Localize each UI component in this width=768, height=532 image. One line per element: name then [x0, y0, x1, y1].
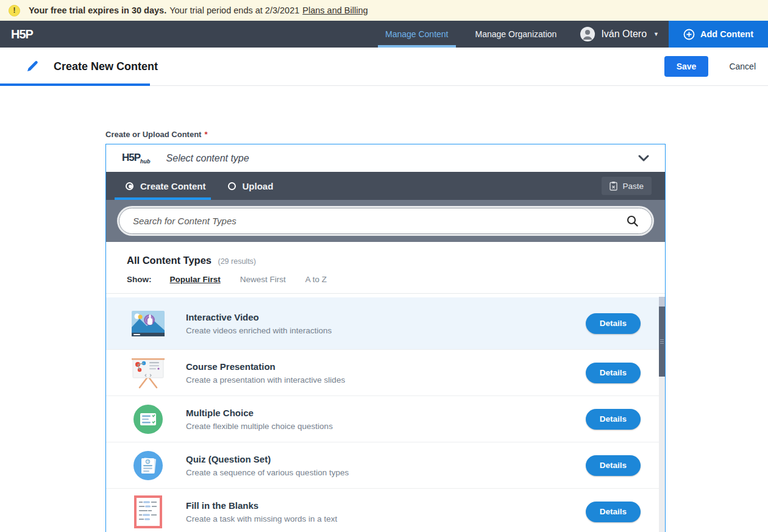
- result-count: (29 results): [218, 257, 257, 266]
- hub-header[interactable]: H5Phub Select content type: [106, 144, 665, 172]
- sort-popular-first[interactable]: Popular First: [170, 275, 221, 284]
- item-text: Course Presentation Create a presentatio…: [186, 361, 345, 385]
- plus-circle-icon: [683, 29, 695, 40]
- avatar-icon: [580, 26, 596, 42]
- tab-create-content[interactable]: Create Content: [115, 172, 217, 200]
- chevron-down-icon: ▼: [653, 31, 659, 37]
- nav-tab-manage-organization[interactable]: Manage Organization: [462, 21, 571, 48]
- nav-tab-manage-content[interactable]: Manage Content: [372, 21, 462, 48]
- navbar: H5P Manage Content Manage Organization I…: [0, 21, 768, 48]
- list-item-interactive-video[interactable]: Interactive Video Create videos enriched…: [106, 297, 665, 349]
- plans-billing-link[interactable]: Plans and Billing: [302, 5, 368, 15]
- h5p-hub-logo: H5Phub: [122, 152, 151, 165]
- required-asterisk: *: [204, 130, 207, 139]
- paste-button[interactable]: Paste: [602, 177, 652, 195]
- tab-upload-label: Upload: [243, 181, 274, 191]
- svg-text:?: ?: [147, 460, 149, 463]
- details-button[interactable]: Details: [586, 502, 641, 522]
- fill-in-the-blanks-icon: [131, 495, 165, 529]
- radio-selected-icon: [126, 182, 133, 190]
- multiple-choice-icon: [131, 402, 165, 436]
- hub-tab-bar: Create Content Upload Paste: [106, 172, 665, 200]
- h5p-logo: H5P: [0, 21, 44, 48]
- item-title: Course Presentation: [186, 361, 345, 372]
- sort-newest-first[interactable]: Newest First: [240, 275, 286, 284]
- hub-title: Select content type: [166, 153, 249, 164]
- content-type-list: Interactive Video Create videos enriched…: [106, 293, 665, 532]
- item-text: Multiple Choice Create flexible multiple…: [186, 408, 333, 431]
- item-text: Fill in the Blanks Create a task with mi…: [186, 500, 337, 523]
- item-description: Create videos enriched with interactions: [186, 326, 332, 335]
- details-button[interactable]: Details: [586, 313, 641, 334]
- item-text: Quiz (Question Set) Create a sequence of…: [186, 454, 349, 477]
- list-item-fill-in-the-blanks[interactable]: Fill in the Blanks Create a task with mi…: [106, 488, 665, 532]
- page-header: Create New Content Save Cancel: [0, 48, 768, 86]
- user-menu[interactable]: Iván Otero ▼: [570, 21, 669, 48]
- h5p-hub-panel: H5Phub Select content type Create Conten…: [105, 144, 666, 532]
- trial-banner: ! Your free trial expires in 30 days. Yo…: [0, 0, 768, 21]
- item-description: Create a sequence of various question ty…: [186, 468, 349, 477]
- scrollbar-thumb[interactable]: [659, 307, 665, 377]
- scrollbar-grip-icon: [660, 338, 664, 345]
- add-content-label: Add Content: [700, 29, 753, 39]
- sort-a-to-z[interactable]: A to Z: [305, 275, 327, 284]
- item-title: Multiple Choice: [186, 408, 333, 418]
- paste-label: Paste: [622, 182, 644, 191]
- search-icon[interactable]: [627, 215, 638, 227]
- tab-upload[interactable]: Upload: [217, 172, 285, 200]
- details-button[interactable]: Details: [586, 363, 641, 383]
- course-presentation-icon: [131, 356, 165, 390]
- item-description: Create a task with missing words in a te…: [186, 514, 337, 523]
- banner-text: Your trial period ends at 2/3/2021: [169, 5, 299, 15]
- radio-unselected-icon: [228, 182, 236, 190]
- warning-icon: !: [9, 5, 20, 16]
- list-title: All Content Types: [127, 255, 212, 266]
- active-tab-underline: [115, 197, 211, 200]
- details-button[interactable]: Details: [586, 409, 641, 430]
- show-label: Show:: [127, 275, 152, 284]
- item-title: Fill in the Blanks: [186, 500, 337, 511]
- collapse-chevron-icon[interactable]: [638, 155, 649, 162]
- hub-logo-sub: hub: [140, 158, 151, 165]
- item-description: Create a presentation with interactive s…: [186, 375, 345, 385]
- page-title: Create New Content: [54, 60, 158, 73]
- item-description: Create flexible multiple choice question…: [186, 422, 333, 431]
- clipboard-icon: [610, 181, 617, 191]
- item-title: Quiz (Question Set): [186, 454, 349, 464]
- page: ! Your free trial expires in 30 days. Yo…: [0, 0, 768, 532]
- quiz-icon: ?: [131, 449, 165, 483]
- scrollbar: [659, 297, 665, 532]
- list-header: All Content Types (29 results) Show: Pop…: [106, 242, 665, 293]
- pencil-icon: [26, 60, 38, 73]
- interactive-video-icon: [131, 307, 165, 341]
- field-label-text: Create or Upload Content: [105, 130, 201, 139]
- sort-row: Show: Popular First Newest First A to Z: [127, 275, 644, 284]
- tab-create-content-label: Create Content: [140, 181, 206, 191]
- main-content: Create or Upload Content* H5Phub Select …: [0, 130, 768, 532]
- scrollbar-track-top[interactable]: [659, 297, 665, 307]
- banner-bold-text: Your free trial expires in 30 days.: [29, 5, 166, 15]
- nav-spacer: [44, 21, 372, 48]
- list-item-quiz-question-set[interactable]: ? Quiz (Question Set) Create a sequence …: [106, 442, 665, 488]
- item-text: Interactive Video Create videos enriched…: [186, 312, 332, 335]
- add-content-button[interactable]: Add Content: [669, 21, 768, 48]
- list-item-course-presentation[interactable]: Course Presentation Create a presentatio…: [106, 349, 665, 395]
- search-section: [106, 200, 665, 242]
- item-title: Interactive Video: [186, 312, 332, 322]
- scrollbar-track-bottom[interactable]: [659, 377, 665, 532]
- field-label: Create or Upload Content*: [105, 130, 768, 139]
- search-pill: [119, 208, 652, 234]
- save-button[interactable]: Save: [664, 56, 709, 77]
- search-input[interactable]: [133, 216, 627, 226]
- list-item-multiple-choice[interactable]: Multiple Choice Create flexible multiple…: [106, 395, 665, 442]
- header-actions: Save Cancel: [664, 56, 756, 77]
- cancel-button[interactable]: Cancel: [729, 62, 756, 71]
- details-button[interactable]: Details: [586, 455, 641, 476]
- user-name: Iván Otero: [601, 29, 647, 40]
